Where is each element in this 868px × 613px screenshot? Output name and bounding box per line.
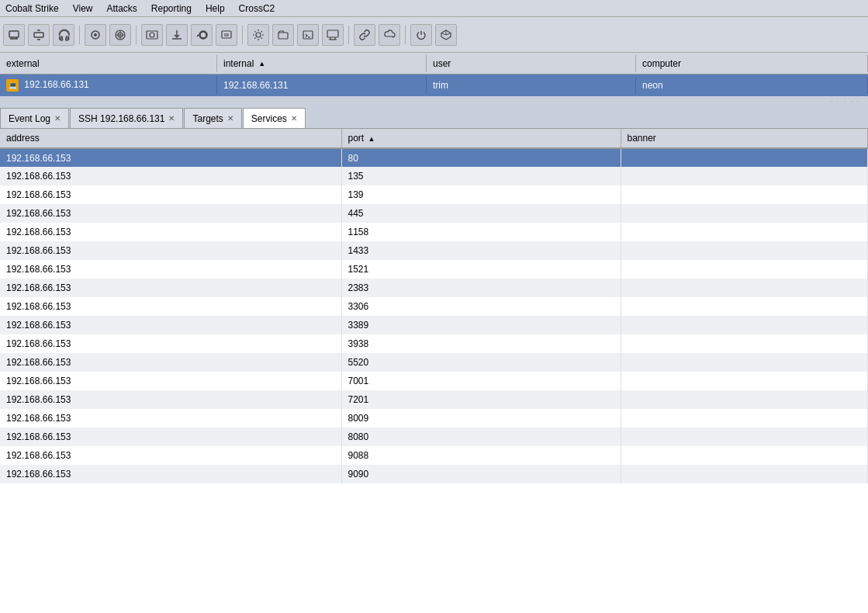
table-row[interactable]: 192.168.66.1538009 xyxy=(0,409,868,428)
session-external[interactable]: 💻 192.168.66.131 xyxy=(0,76,217,95)
table-row[interactable]: 192.168.66.1533938 xyxy=(0,334,868,353)
cell-banner xyxy=(621,167,868,185)
cell-banner xyxy=(621,353,868,372)
new-connection-button[interactable] xyxy=(3,24,25,46)
cell-port: 9090 xyxy=(341,465,621,483)
cell-address: 192.168.66.153 xyxy=(0,204,341,223)
tab-ssh[interactable]: SSH 192.168.66.131 ✕ xyxy=(70,108,183,128)
table-row[interactable]: 192.168.66.1539090 xyxy=(0,465,868,483)
tab-ssh-label: SSH 192.168.66.131 xyxy=(78,113,164,124)
tab-services[interactable]: Services ✕ xyxy=(243,108,306,128)
svg-rect-18 xyxy=(224,33,229,36)
cell-banner xyxy=(621,316,868,334)
tab-services-label: Services xyxy=(251,113,287,124)
table-row[interactable]: 192.168.66.1531433 xyxy=(0,241,868,260)
session-internal[interactable]: 192.168.66.131 xyxy=(217,77,427,94)
power-button[interactable] xyxy=(410,24,432,46)
listeners-button[interactable] xyxy=(85,24,106,46)
cell-address: 192.168.66.153 xyxy=(0,297,341,316)
tab-targets[interactable]: Targets ✕ xyxy=(184,108,241,128)
cell-port: 135 xyxy=(341,167,621,185)
cell-address: 192.168.66.153 xyxy=(0,167,341,185)
toolbar-separator-1 xyxy=(79,26,80,44)
table-row[interactable]: 192.168.66.1531521 xyxy=(0,260,868,279)
settings-button[interactable] xyxy=(247,24,269,46)
screenshot-button[interactable] xyxy=(141,24,163,46)
target-icon[interactable] xyxy=(109,24,131,46)
table-row[interactable]: 192.168.66.1538080 xyxy=(0,428,868,446)
table-row[interactable]: 192.168.66.1533389 xyxy=(0,316,868,334)
script-console-button[interactable] xyxy=(297,24,319,46)
headset-icon[interactable]: 🎧 xyxy=(53,24,74,46)
menu-crossc2[interactable]: CrossC2 xyxy=(237,2,278,15)
menu-attacks[interactable]: Attacks xyxy=(105,2,140,15)
table-row[interactable]: 192.168.66.15380 xyxy=(0,148,868,167)
screenshot2-button[interactable] xyxy=(216,24,237,46)
col-header-user[interactable]: user xyxy=(427,55,636,72)
table-row[interactable]: 192.168.66.153135 xyxy=(0,167,868,185)
port-sort-arrow: ▲ xyxy=(368,135,375,143)
tab-ssh-close[interactable]: ✕ xyxy=(168,115,175,123)
services-table: address port ▲ banner 192.168.66.1538019… xyxy=(0,129,868,483)
cell-address: 192.168.66.153 xyxy=(0,409,341,428)
cell-address: 192.168.66.153 xyxy=(0,223,341,241)
session-user[interactable]: trim xyxy=(427,77,636,94)
keyscan-button[interactable] xyxy=(191,24,213,46)
cell-banner xyxy=(621,241,868,260)
cell-port: 7201 xyxy=(341,390,621,409)
cell-address: 192.168.66.153 xyxy=(0,334,341,353)
cloud-button[interactable] xyxy=(379,24,400,46)
svg-rect-0 xyxy=(9,31,19,37)
col-header-internal[interactable]: internal ▲ xyxy=(217,55,427,72)
cell-port: 1521 xyxy=(341,260,621,279)
table-row[interactable]: 192.168.66.153445 xyxy=(0,204,868,223)
tab-event-log-label: Event Log xyxy=(9,113,50,124)
toolbar-separator-3 xyxy=(242,26,243,44)
col-header-external[interactable]: external xyxy=(0,55,217,72)
th-banner[interactable]: banner xyxy=(621,129,868,148)
menu-reporting[interactable]: Reporting xyxy=(149,2,194,15)
cube-button[interactable] xyxy=(435,24,457,46)
th-address[interactable]: address xyxy=(0,129,341,148)
table-row[interactable]: 192.168.66.1533306 xyxy=(0,297,868,316)
th-port[interactable]: port ▲ xyxy=(341,129,621,148)
table-row[interactable]: 192.168.66.1537001 xyxy=(0,372,868,390)
session-computer[interactable]: neon xyxy=(636,77,868,94)
cell-port: 3938 xyxy=(341,334,621,353)
cell-address: 192.168.66.153 xyxy=(0,446,341,465)
table-row[interactable]: 192.168.66.1537201 xyxy=(0,390,868,409)
cell-banner xyxy=(621,185,868,204)
cell-banner xyxy=(621,204,868,223)
tab-targets-close[interactable]: ✕ xyxy=(227,115,233,123)
table-row[interactable]: 192.168.66.153139 xyxy=(0,185,868,204)
tab-services-close[interactable]: ✕ xyxy=(291,115,297,123)
table-row[interactable]: 192.168.66.1535520 xyxy=(0,353,868,372)
download-button[interactable] xyxy=(166,24,188,46)
col-header-computer[interactable]: computer xyxy=(636,55,868,72)
cell-address: 192.168.66.153 xyxy=(0,353,341,372)
cell-address: 192.168.66.153 xyxy=(0,241,341,260)
menu-help[interactable]: Help xyxy=(203,2,227,15)
svg-point-19 xyxy=(256,33,261,37)
sessions-body: 💻 192.168.66.131 192.168.66.131 trim neo… xyxy=(0,74,868,96)
monitor-button[interactable] xyxy=(322,24,344,46)
file-browser-button[interactable] xyxy=(272,24,294,46)
services-table-container: address port ▲ banner 192.168.66.1538019… xyxy=(0,129,868,483)
table-row[interactable]: 192.168.66.1532383 xyxy=(0,279,868,297)
cell-port: 1158 xyxy=(341,223,621,241)
table-row[interactable]: 192.168.66.1531158 xyxy=(0,223,868,241)
table-row[interactable]: 192.168.66.1539088 xyxy=(0,446,868,465)
disconnect-button[interactable] xyxy=(28,24,50,46)
menu-view[interactable]: View xyxy=(71,2,95,15)
menu-cobalt-strike[interactable]: Cobalt Strike xyxy=(3,2,61,15)
tab-event-log[interactable]: Event Log ✕ xyxy=(0,108,69,128)
tab-event-log-close[interactable]: ✕ xyxy=(54,115,61,123)
cell-banner xyxy=(621,446,868,465)
cell-banner xyxy=(621,428,868,446)
table-header-row: address port ▲ banner xyxy=(0,129,868,148)
link-button[interactable] xyxy=(354,24,375,46)
cell-banner xyxy=(621,279,868,297)
cell-address: 192.168.66.153 xyxy=(0,428,341,446)
cell-address: 192.168.66.153 xyxy=(0,465,341,483)
svg-point-8 xyxy=(94,33,97,36)
